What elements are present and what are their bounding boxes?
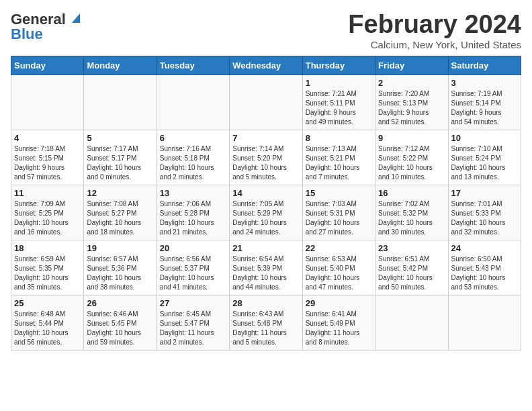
calendar-cell: 5Sunrise: 7:17 AM Sunset: 5:17 PM Daylig… (84, 130, 157, 185)
calendar-cell: 26Sunrise: 6:46 AM Sunset: 5:45 PM Dayli… (84, 295, 157, 350)
day-number: 9 (378, 133, 445, 143)
calendar-cell: 12Sunrise: 7:08 AM Sunset: 5:27 PM Dayli… (84, 185, 157, 240)
day-number: 22 (306, 243, 372, 253)
day-info: Sunrise: 6:41 AM Sunset: 5:49 PM Dayligh… (306, 310, 372, 347)
day-info: Sunrise: 7:03 AM Sunset: 5:31 PM Dayligh… (306, 199, 372, 237)
calendar-cell: 16Sunrise: 7:02 AM Sunset: 5:32 PM Dayli… (375, 185, 448, 240)
calendar-cell: 8Sunrise: 7:13 AM Sunset: 5:21 PM Daylig… (302, 130, 375, 185)
day-number: 26 (87, 298, 153, 308)
calendar-subtitle: Calcium, New York, United States (348, 39, 521, 50)
calendar-cell: 17Sunrise: 7:01 AM Sunset: 5:33 PM Dayli… (448, 185, 521, 240)
day-number: 21 (232, 243, 299, 253)
day-number: 5 (87, 133, 153, 143)
calendar-cell: 6Sunrise: 7:16 AM Sunset: 5:18 PM Daylig… (157, 130, 229, 185)
calendar-cell: 11Sunrise: 7:09 AM Sunset: 5:25 PM Dayli… (11, 185, 84, 240)
logo: General Blue (11, 11, 80, 43)
calendar-title: February 2024 (348, 11, 521, 39)
calendar-cell: 1Sunrise: 7:21 AM Sunset: 5:11 PM Daylig… (302, 75, 375, 130)
calendar-cell (448, 295, 521, 350)
calendar-cell: 7Sunrise: 7:14 AM Sunset: 5:20 PM Daylig… (230, 130, 302, 185)
day-number: 17 (451, 188, 518, 198)
day-info: Sunrise: 7:08 AM Sunset: 5:27 PM Dayligh… (87, 199, 153, 237)
day-info: Sunrise: 7:17 AM Sunset: 5:17 PM Dayligh… (87, 144, 153, 182)
calendar-cell: 21Sunrise: 6:54 AM Sunset: 5:39 PM Dayli… (230, 240, 302, 295)
calendar-cell: 20Sunrise: 6:56 AM Sunset: 5:37 PM Dayli… (157, 240, 229, 295)
day-number: 28 (232, 298, 299, 308)
calendar-cell (11, 75, 84, 130)
header-wednesday: Wednesday (230, 56, 302, 75)
day-number: 11 (14, 188, 81, 198)
day-number: 8 (306, 133, 372, 143)
day-number: 15 (306, 188, 372, 198)
calendar-cell: 10Sunrise: 7:10 AM Sunset: 5:24 PM Dayli… (448, 130, 521, 185)
calendar-cell: 3Sunrise: 7:19 AM Sunset: 5:14 PM Daylig… (448, 75, 521, 130)
calendar-cell (157, 75, 229, 130)
title-section: February 2024 Calcium, New York, United … (348, 11, 521, 50)
calendar-cell: 18Sunrise: 6:59 AM Sunset: 5:35 PM Dayli… (11, 240, 84, 295)
day-number: 10 (451, 133, 518, 143)
day-number: 1 (306, 78, 372, 88)
calendar-cell: 24Sunrise: 6:50 AM Sunset: 5:43 PM Dayli… (448, 240, 521, 295)
calendar-table: Sunday Monday Tuesday Wednesday Thursday… (11, 56, 521, 351)
day-info: Sunrise: 6:59 AM Sunset: 5:35 PM Dayligh… (14, 255, 81, 292)
day-number: 19 (87, 243, 153, 253)
day-number: 20 (160, 243, 226, 253)
calendar-cell (230, 75, 302, 130)
day-number: 12 (87, 188, 153, 198)
page-header: General Blue February 2024 Calcium, New … (11, 11, 521, 50)
day-info: Sunrise: 7:02 AM Sunset: 5:32 PM Dayligh… (378, 199, 445, 237)
day-info: Sunrise: 6:54 AM Sunset: 5:39 PM Dayligh… (232, 255, 299, 292)
day-info: Sunrise: 6:48 AM Sunset: 5:44 PM Dayligh… (14, 310, 81, 347)
header-thursday: Thursday (302, 56, 375, 75)
header-row: Sunday Monday Tuesday Wednesday Thursday… (11, 56, 521, 75)
calendar-cell: 19Sunrise: 6:57 AM Sunset: 5:36 PM Dayli… (84, 240, 157, 295)
calendar-cell: 14Sunrise: 7:05 AM Sunset: 5:29 PM Dayli… (230, 185, 302, 240)
day-info: Sunrise: 7:16 AM Sunset: 5:18 PM Dayligh… (160, 144, 226, 182)
day-info: Sunrise: 7:21 AM Sunset: 5:11 PM Dayligh… (306, 89, 372, 127)
day-number: 27 (160, 298, 226, 308)
calendar-cell: 15Sunrise: 7:03 AM Sunset: 5:31 PM Dayli… (302, 185, 375, 240)
day-info: Sunrise: 7:06 AM Sunset: 5:28 PM Dayligh… (160, 199, 226, 237)
calendar-cell: 4Sunrise: 7:18 AM Sunset: 5:15 PM Daylig… (11, 130, 84, 185)
day-info: Sunrise: 7:18 AM Sunset: 5:15 PM Dayligh… (14, 144, 81, 182)
day-number: 6 (160, 133, 226, 143)
day-number: 7 (232, 133, 299, 143)
day-info: Sunrise: 6:56 AM Sunset: 5:37 PM Dayligh… (160, 255, 226, 292)
day-info: Sunrise: 6:46 AM Sunset: 5:45 PM Dayligh… (87, 310, 153, 347)
logo-icon (66, 11, 80, 24)
day-info: Sunrise: 7:10 AM Sunset: 5:24 PM Dayligh… (451, 144, 518, 182)
day-number: 25 (14, 298, 81, 308)
calendar-cell: 22Sunrise: 6:53 AM Sunset: 5:40 PM Dayli… (302, 240, 375, 295)
day-number: 29 (306, 298, 372, 308)
day-info: Sunrise: 6:45 AM Sunset: 5:47 PM Dayligh… (160, 310, 226, 347)
day-info: Sunrise: 7:13 AM Sunset: 5:21 PM Dayligh… (306, 144, 372, 182)
day-info: Sunrise: 7:14 AM Sunset: 5:20 PM Dayligh… (232, 144, 299, 182)
logo-blue-text: Blue (11, 26, 43, 43)
calendar-cell: 27Sunrise: 6:45 AM Sunset: 5:47 PM Dayli… (157, 295, 229, 350)
calendar-cell (375, 295, 448, 350)
day-info: Sunrise: 7:05 AM Sunset: 5:29 PM Dayligh… (232, 199, 299, 237)
day-info: Sunrise: 6:43 AM Sunset: 5:48 PM Dayligh… (232, 310, 299, 347)
day-info: Sunrise: 7:12 AM Sunset: 5:22 PM Dayligh… (378, 144, 445, 182)
day-info: Sunrise: 7:01 AM Sunset: 5:33 PM Dayligh… (451, 199, 518, 237)
header-friday: Friday (375, 56, 448, 75)
day-info: Sunrise: 6:50 AM Sunset: 5:43 PM Dayligh… (451, 255, 518, 292)
day-info: Sunrise: 6:51 AM Sunset: 5:42 PM Dayligh… (378, 255, 445, 292)
calendar-week-4: 18Sunrise: 6:59 AM Sunset: 5:35 PM Dayli… (11, 240, 521, 295)
calendar-week-3: 11Sunrise: 7:09 AM Sunset: 5:25 PM Dayli… (11, 185, 521, 240)
day-number: 2 (378, 78, 445, 88)
calendar-cell: 2Sunrise: 7:20 AM Sunset: 5:13 PM Daylig… (375, 75, 448, 130)
calendar-cell (84, 75, 157, 130)
day-number: 3 (451, 78, 518, 88)
calendar-week-2: 4Sunrise: 7:18 AM Sunset: 5:15 PM Daylig… (11, 130, 521, 185)
day-number: 24 (451, 243, 518, 253)
day-info: Sunrise: 7:20 AM Sunset: 5:13 PM Dayligh… (378, 89, 445, 127)
header-monday: Monday (84, 56, 157, 75)
calendar-week-5: 25Sunrise: 6:48 AM Sunset: 5:44 PM Dayli… (11, 295, 521, 350)
day-number: 18 (14, 243, 81, 253)
day-number: 16 (378, 188, 445, 198)
header-sunday: Sunday (11, 56, 84, 75)
calendar-cell: 9Sunrise: 7:12 AM Sunset: 5:22 PM Daylig… (375, 130, 448, 185)
day-number: 23 (378, 243, 445, 253)
header-tuesday: Tuesday (157, 56, 229, 75)
